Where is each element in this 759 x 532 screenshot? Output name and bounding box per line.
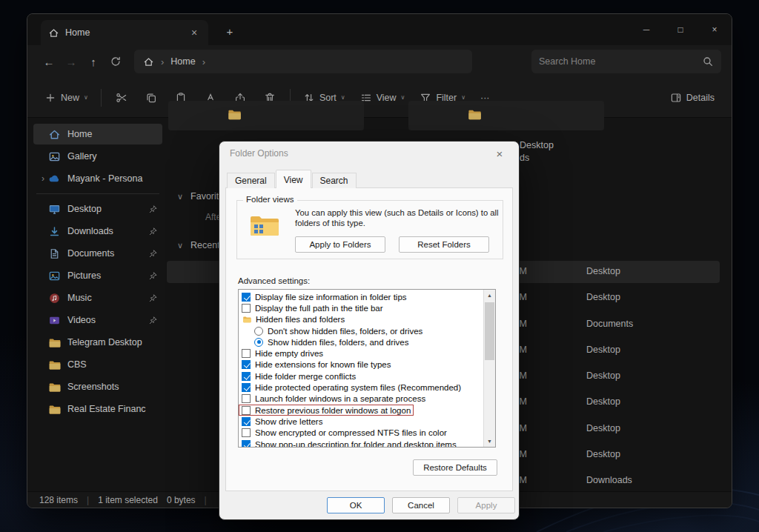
sidebar-item-downloads[interactable]: Downloads <box>33 221 162 242</box>
tab-title: Home <box>65 27 90 38</box>
sidebar-item-real-estate-financ[interactable]: Real Estate Financ <box>33 399 162 419</box>
setting-show-pop-up-description-for-folder-and-deskt[interactable]: Show pop-up description for folder and d… <box>239 439 483 448</box>
details-button[interactable]: Details <box>663 85 721 110</box>
folder-views-legend: Folder views <box>243 195 297 204</box>
chevron-down-icon: ∨ <box>84 94 88 101</box>
checkbox-unchecked[interactable] <box>242 428 251 437</box>
home-icon <box>48 128 61 141</box>
ok-button[interactable]: OK <box>327 497 385 513</box>
copy-button[interactable] <box>137 85 165 110</box>
checkbox-unchecked[interactable] <box>242 304 251 313</box>
setting-display-the-full-path-in-the-title-bar[interactable]: Display the full path in the title bar <box>239 302 483 313</box>
sidebar-item-home[interactable]: Home <box>33 124 162 144</box>
setting-hide-protected-operating-system-files-recomm[interactable]: Hide protected operating system files (R… <box>239 382 483 393</box>
forward-button[interactable]: → <box>60 50 82 73</box>
sidebar-item-label: Real Estate Financ <box>67 404 162 414</box>
checkbox-checked[interactable] <box>242 440 251 448</box>
favorite-tile[interactable] <box>408 101 604 130</box>
back-button[interactable]: ← <box>38 50 60 73</box>
pictures-icon <box>48 270 61 282</box>
scroll-down-arrow[interactable]: ▼ <box>484 436 495 447</box>
checkbox-checked[interactable] <box>242 417 251 426</box>
cancel-button[interactable]: Cancel <box>392 497 450 513</box>
scroll-up-arrow[interactable]: ▲ <box>484 290 495 301</box>
chevron-right-icon[interactable]: › <box>38 173 48 184</box>
sidebar-item-label: Videos <box>67 315 148 325</box>
setting-don-t-show-hidden-files-folders-or-drives[interactable]: Don't show hidden files, folders, or dri… <box>239 325 483 336</box>
setting-hidden-files-and-folders[interactable]: Hidden files and folders <box>239 314 483 325</box>
window-controls: ─ □ × <box>629 14 732 45</box>
sidebar-item-mayank-persona[interactable]: ›Mayank - Persona <box>33 168 162 189</box>
new-button[interactable]: New ∨ <box>38 85 95 110</box>
sidebar-item-telegram-desktop[interactable]: Telegram Desktop <box>33 332 162 353</box>
setting-show-drive-letters[interactable]: Show drive letters <box>239 416 483 427</box>
cut-button[interactable] <box>107 85 136 110</box>
tab-search[interactable]: Search <box>312 173 357 188</box>
radio-selected[interactable] <box>254 338 263 347</box>
favorite-tile[interactable] <box>168 101 364 130</box>
folder-icon <box>48 381 61 393</box>
setting-restore-previous-folder-windows-at-logon[interactable]: Restore previous folder windows at logon <box>239 405 414 416</box>
file-location: Downloads <box>586 475 632 485</box>
onedrive-icon <box>48 173 61 185</box>
folder-options-dialog: Folder Options × General View Search Fol… <box>219 141 520 520</box>
setting-label: Hide extensions for known file types <box>255 360 391 369</box>
checkbox-checked[interactable] <box>242 383 251 392</box>
sidebar-item-videos[interactable]: Videos <box>33 310 162 330</box>
sidebar-item-documents[interactable]: Documents <box>33 243 162 264</box>
scrollbar[interactable]: ▲ ▼ <box>483 290 495 447</box>
item-count: 128 items <box>39 495 78 505</box>
close-button[interactable]: × <box>697 14 732 45</box>
checkbox-unchecked[interactable] <box>242 394 251 403</box>
checkbox-unchecked[interactable] <box>242 406 251 415</box>
sidebar-item-label: Pictures <box>67 270 148 281</box>
setting-launch-folder-windows-in-a-separate-process[interactable]: Launch folder windows in a separate proc… <box>239 393 483 405</box>
pin-icon <box>148 316 158 325</box>
setting-display-file-size-information-in-folder-tips[interactable]: Display file size information in folder … <box>239 291 483 302</box>
sidebar-item-music[interactable]: Music <box>33 287 162 308</box>
gallery-icon <box>48 150 61 163</box>
checkbox-checked[interactable] <box>242 360 251 369</box>
breadcrumb-item-home[interactable]: Home <box>170 56 195 67</box>
tab-view[interactable]: View <box>276 170 311 188</box>
setting-show-encrypted-or-compressed-ntfs-files-in-c[interactable]: Show encrypted or compressed NTFS files … <box>239 428 483 439</box>
scrollbar-thumb[interactable] <box>485 302 494 360</box>
restore-defaults-button[interactable]: Restore Defaults <box>413 459 497 476</box>
maximize-button[interactable]: □ <box>663 14 697 45</box>
setting-hide-folder-merge-conflicts[interactable]: Hide folder merge conflicts <box>239 370 483 382</box>
tab-close-button[interactable]: × <box>188 27 201 39</box>
home-icon <box>48 27 59 39</box>
sidebar-item-label: Downloads <box>67 226 148 236</box>
apply-to-folders-button[interactable]: Apply to Folders <box>295 236 385 253</box>
setting-label: Display file size information in folder … <box>255 293 407 302</box>
section-recent[interactable]: ∨ Recent <box>177 240 220 250</box>
search-box[interactable] <box>531 50 721 73</box>
setting-hide-empty-drives[interactable]: Hide empty drives <box>239 348 483 359</box>
folder-views-icon <box>249 213 280 239</box>
sidebar-item-screenshots[interactable]: Screenshots <box>33 376 162 397</box>
checkbox-checked[interactable] <box>242 293 251 302</box>
explorer-tab-home[interactable]: Home × <box>41 20 208 45</box>
apply-button[interactable]: Apply <box>457 497 515 513</box>
new-tab-button[interactable]: + <box>222 23 238 39</box>
reset-folders-button[interactable]: Reset Folders <box>399 236 489 253</box>
sidebar-item-pictures[interactable]: Pictures <box>33 265 162 286</box>
folder-icon[interactable] <box>242 315 252 324</box>
setting-hide-extensions-for-known-file-types[interactable]: Hide extensions for known file types <box>239 359 483 370</box>
up-button[interactable]: ↑ <box>82 50 105 73</box>
dialog-close-button[interactable]: × <box>491 147 508 160</box>
divider: | <box>87 495 89 505</box>
sidebar-item-desktop[interactable]: Desktop <box>33 199 162 219</box>
minimize-button[interactable]: ─ <box>629 14 663 45</box>
sidebar-item-label: CBS <box>67 359 162 370</box>
search-input[interactable] <box>539 56 702 67</box>
refresh-button[interactable] <box>105 50 127 73</box>
checkbox-unchecked[interactable] <box>242 349 251 358</box>
setting-show-hidden-files-folders-and-drives[interactable]: Show hidden files, folders, and drives <box>239 336 483 348</box>
checkbox-checked[interactable] <box>242 372 251 381</box>
breadcrumb[interactable]: › Home › <box>134 50 472 73</box>
sidebar-item-gallery[interactable]: Gallery <box>33 146 162 167</box>
tab-general[interactable]: General <box>227 173 275 188</box>
radio-unselected[interactable] <box>254 327 263 336</box>
sidebar-item-cbs[interactable]: CBS <box>33 354 162 375</box>
